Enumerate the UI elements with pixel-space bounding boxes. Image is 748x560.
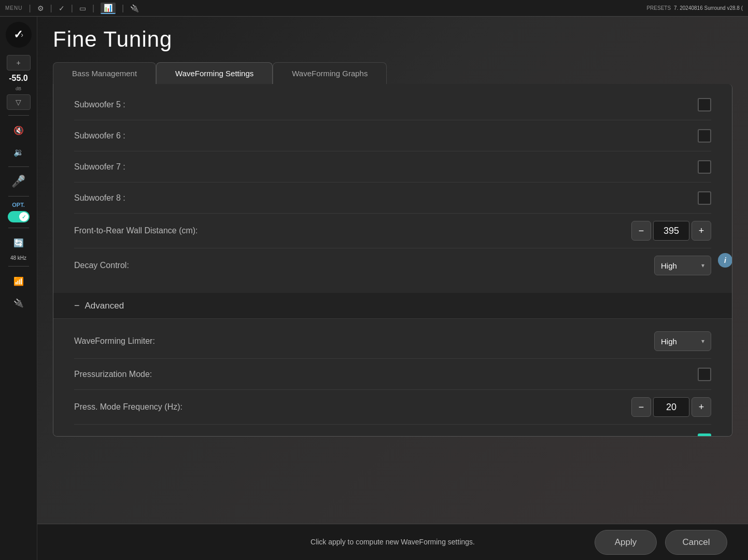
volume-down-btn[interactable]: ▽ [7, 94, 31, 110]
limiter-label: WaveForming Limiter: [74, 337, 155, 346]
mic-btn[interactable]: 🎤 [7, 172, 31, 191]
chart-icon[interactable]: 📊 [101, 3, 116, 14]
divider1 [8, 115, 29, 116]
front-rear-control: − 395 + [631, 221, 711, 241]
pressurization-control [698, 368, 711, 381]
limiter-control: High ▾ [654, 331, 711, 351]
tab-waveforming[interactable]: WaveForming Settings [156, 62, 273, 84]
opt-toggle[interactable]: ✓ [8, 211, 30, 222]
speaker-down-icon: 🔉 [13, 147, 24, 157]
limiter-dropdown[interactable]: High ▾ [654, 331, 711, 351]
front-rear-row: Front-to-Rear Wall Distance (cm): − 395 … [74, 214, 711, 248]
front-rear-stepper: − 395 + [631, 221, 711, 241]
cancel-button[interactable]: Cancel [665, 530, 727, 555]
correction-checkbox[interactable]: ✓ [698, 433, 711, 437]
decay-value: High [661, 261, 677, 270]
plus-icon: + [16, 59, 20, 67]
press-freq-increase-btn[interactable]: + [691, 397, 711, 417]
subwoofer-7-checkbox[interactable] [698, 160, 711, 174]
minus-icon: − [639, 226, 644, 236]
subwoofer-8-control [698, 191, 711, 205]
toggle-knob: ✓ [19, 212, 29, 221]
advanced-settings-content: WaveForming Limiter: High ▾ Pressurizati… [53, 319, 732, 437]
sidebar: ✓ › + -55.0 dB ▽ 🔇 🔉 🎤 OPT. ✓ 🔄 48 kHz 📶… [0, 17, 37, 560]
divider2 [8, 166, 29, 167]
subwoofer-6-row: Subwoofer 6 : [74, 120, 711, 151]
bottom-bar: Click apply to compute new WaveForming s… [37, 524, 748, 560]
divider3 [8, 196, 29, 197]
sep2: | [50, 4, 52, 13]
divider4 [8, 228, 29, 228]
tabs-container: Bass Management WaveForming Settings Wav… [53, 62, 732, 84]
press-freq-value: 20 [653, 397, 689, 417]
plus-icon: + [699, 402, 704, 413]
settings-content: Subwoofer 5 : Subwoofer 6 : Subwoofer 7 … [53, 84, 732, 293]
clock-icon: 🔄 [13, 238, 24, 248]
logo: ✓ › [6, 22, 32, 48]
volume-up-btn[interactable]: + [7, 55, 31, 71]
speaker-down-btn[interactable]: 🔉 [7, 143, 31, 161]
mute-btn[interactable]: 🔇 [7, 121, 31, 139]
subwoofer-7-row: Subwoofer 7 : [74, 151, 711, 183]
pressurization-checkbox[interactable] [698, 368, 711, 381]
advanced-header: − Advanced [53, 293, 732, 319]
subwoofer-7-control [698, 160, 711, 174]
correction-label: Correction Regulation: [74, 436, 157, 437]
press-freq-decrease-btn[interactable]: − [631, 397, 651, 417]
correction-check-icon: ✓ [701, 436, 708, 437]
network-icon: 🔌 [13, 298, 24, 308]
toggle-check-icon: ✓ [22, 214, 26, 220]
limiter-value: High [661, 337, 677, 346]
subwoofer-6-checkbox[interactable] [698, 129, 711, 143]
subwoofer-8-label: Subwoofer 8 : [74, 193, 125, 203]
decay-dropdown-arrow: ▾ [701, 262, 704, 269]
settings-icon[interactable]: ⚙ [37, 4, 44, 12]
correction-control: ✓ [698, 433, 711, 437]
apply-button[interactable]: Apply [595, 530, 657, 555]
presets-label: PRESETS [646, 5, 671, 11]
subwoofer-7-label: Subwoofer 7 : [74, 162, 125, 172]
divider5 [8, 266, 29, 267]
info-button[interactable]: i [718, 253, 732, 268]
display-icon[interactable]: ▭ [79, 4, 86, 12]
toolbar: MENU | ⚙ | ✓ | ▭ | 📊 | 🔌 PRESETS 7. 2024… [0, 0, 748, 17]
sep4: | [92, 4, 94, 13]
decay-row: Decay Control: High ▾ [74, 248, 711, 283]
sep5: | [122, 4, 124, 13]
tab-bass[interactable]: Bass Management [53, 62, 156, 84]
subwoofer-6-control [698, 129, 711, 143]
advanced-title: Advanced [85, 301, 124, 311]
settings-panel: i Subwoofer 5 : Subwoofer 6 : Subwoofer … [53, 84, 732, 437]
press-freq-stepper: − 20 + [631, 397, 711, 417]
subwoofer-6-label: Subwoofer 6 : [74, 131, 125, 141]
subwoofer-8-checkbox[interactable] [698, 191, 711, 205]
front-rear-label: Front-to-Rear Wall Distance (cm): [74, 226, 198, 235]
press-freq-control: − 20 + [631, 397, 711, 417]
opt-label: OPT. [12, 202, 24, 208]
page-title: Fine Tuning [53, 27, 732, 52]
apply-label: Apply [615, 537, 637, 548]
minus-icon: − [639, 402, 644, 413]
front-rear-increase-btn[interactable]: + [691, 221, 711, 241]
network-btn[interactable]: 🔌 [7, 293, 31, 312]
mute-icon: 🔇 [13, 125, 24, 135]
wifi-icon: 📶 [13, 276, 24, 286]
decay-label: Decay Control: [74, 261, 129, 270]
sep1: | [29, 4, 31, 13]
sep3: | [71, 4, 73, 13]
front-rear-decrease-btn[interactable]: − [631, 221, 651, 241]
subwoofer-8-row: Subwoofer 8 : [74, 183, 711, 214]
decay-dropdown[interactable]: High ▾ [654, 256, 711, 275]
check-icon[interactable]: ✓ [59, 4, 65, 12]
toolbar-right: PRESETS 7. 20240816 Surround v28.8 ( [646, 5, 743, 11]
logo-arrow: › [21, 31, 23, 39]
plug-icon[interactable]: 🔌 [130, 4, 139, 12]
subwoofer-5-checkbox[interactable] [698, 98, 711, 111]
clock-btn[interactable]: 🔄 [7, 233, 31, 252]
limiter-dropdown-arrow: ▾ [701, 338, 704, 345]
tab-graphs[interactable]: WaveForming Graphs [273, 62, 387, 84]
wifi-btn[interactable]: 📶 [7, 272, 31, 290]
advanced-collapse-btn[interactable]: − [74, 300, 80, 311]
info-icon: i [724, 256, 726, 264]
minus-icon: ▽ [16, 98, 21, 106]
